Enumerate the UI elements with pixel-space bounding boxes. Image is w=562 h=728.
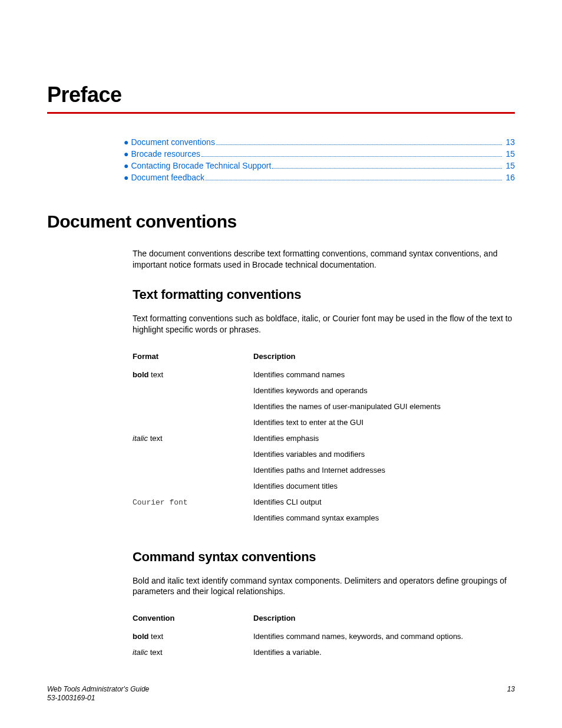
desc-line: Identifies command syntax examples: [253, 513, 515, 522]
format-bold: bold: [133, 370, 148, 379]
page-footer: Web Tools Administrator's Guide 53-10031…: [47, 685, 515, 703]
table-row: bold text Identifies command names Ident…: [133, 370, 515, 434]
toc-label: Document conventions: [131, 137, 214, 147]
table-header-description: Description: [253, 614, 515, 632]
table-header-convention: Convention: [133, 614, 253, 632]
toc-item[interactable]: ● Brocade resources 15: [124, 149, 515, 159]
toc-leader: [272, 168, 502, 169]
toc-item[interactable]: ● Document conventions 13: [124, 137, 515, 147]
desc-line: Identifies a variable.: [253, 648, 515, 657]
toc-label: Document feedback: [131, 173, 204, 182]
subsection-intro: Text formatting conventions such as bold…: [133, 313, 515, 335]
format-courier: Courier font: [133, 498, 188, 507]
chapter-title: Preface: [47, 83, 515, 107]
desc-line: Identifies text to enter at the GUI: [253, 418, 515, 427]
bullet-icon: ●: [124, 149, 128, 159]
format-italic: italic: [133, 434, 148, 443]
format-italic: italic: [133, 648, 148, 657]
format-text: text: [148, 370, 163, 379]
bullet-icon: ●: [124, 137, 128, 147]
desc-line: Identifies CLI output: [253, 498, 515, 506]
subsection-intro: Bold and italic text identify command sy…: [133, 575, 515, 598]
table-of-contents: ● Document conventions 13 ● Brocade reso…: [124, 137, 515, 182]
section-heading: Document conventions: [47, 212, 515, 232]
desc-line: Identifies emphasis: [253, 434, 515, 443]
command-syntax-table: Convention Description bold text Identif…: [133, 614, 515, 664]
table-row: italic text Identifies a variable.: [133, 648, 515, 664]
text-formatting-table: Format Description bold text Identifies …: [133, 352, 515, 529]
desc-line: Identifies paths and Internet addresses: [253, 466, 515, 475]
desc-line: Identifies keywords and operands: [253, 386, 515, 395]
footer-doc-title: Web Tools Administrator's Guide: [47, 685, 149, 694]
desc-line: Identifies the names of user-manipulated…: [253, 402, 515, 411]
table-header-format: Format: [133, 352, 253, 370]
desc-line: Identifies command names: [253, 370, 515, 379]
desc-line: Identifies document titles: [253, 482, 515, 490]
toc-leader: [216, 144, 503, 145]
table-header-description: Description: [253, 352, 515, 370]
table-row: bold text Identifies command names, keyw…: [133, 632, 515, 648]
toc-item[interactable]: ● Contacting Brocade Technical Support 1…: [124, 161, 515, 170]
table-row: Courier font Identifies CLI output Ident…: [133, 498, 515, 529]
format-text: text: [148, 434, 163, 443]
desc-line: Identifies variables and modifiers: [253, 450, 515, 459]
toc-page: 15: [504, 161, 515, 170]
format-text: text: [148, 632, 163, 641]
toc-page: 15: [504, 149, 515, 159]
toc-page: 16: [504, 173, 515, 182]
toc-leader: [201, 156, 502, 157]
toc-item[interactable]: ● Document feedback 16: [124, 173, 515, 182]
desc-line: Identifies command names, keywords, and …: [253, 632, 515, 641]
format-bold: bold: [133, 632, 148, 641]
bullet-icon: ●: [124, 173, 128, 182]
footer-page-number: 13: [507, 685, 515, 703]
title-divider: [47, 112, 515, 114]
footer-doc-number: 53-1003169-01: [47, 694, 149, 703]
subsection-heading: Text formatting conventions: [133, 287, 515, 302]
table-row: italic text Identifies emphasis Identifi…: [133, 434, 515, 498]
toc-label: Brocade resources: [131, 149, 200, 159]
toc-leader: [206, 180, 502, 180]
subsection-heading: Command syntax conventions: [133, 549, 515, 565]
toc-label: Contacting Brocade Technical Support: [131, 161, 271, 170]
format-text: text: [148, 648, 163, 657]
section-intro: The document conventions describe text f…: [133, 248, 515, 271]
bullet-icon: ●: [124, 161, 128, 170]
toc-page: 13: [504, 137, 515, 147]
